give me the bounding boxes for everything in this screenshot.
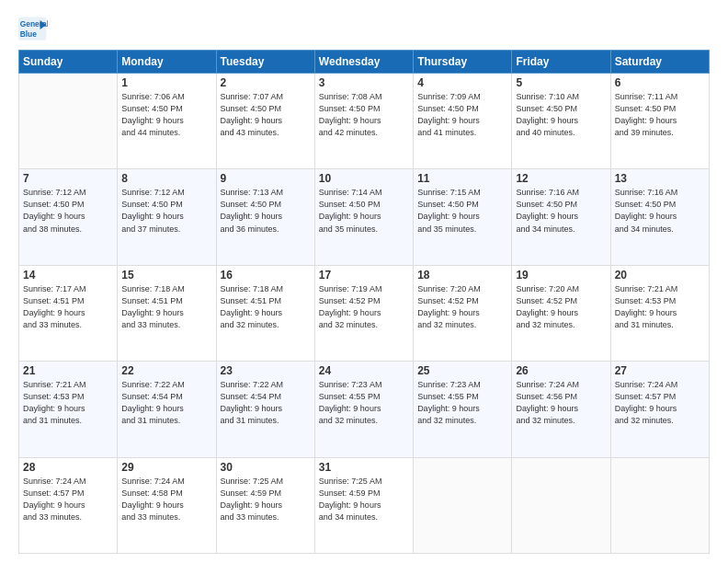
calendar-cell: 22Sunrise: 7:22 AM Sunset: 4:54 PM Dayli… [118, 362, 216, 457]
logo-icon: General Blue [18, 17, 48, 42]
calendar-cell: 26Sunrise: 7:24 AM Sunset: 4:56 PM Dayli… [512, 362, 610, 457]
calendar-week-row: 1Sunrise: 7:06 AM Sunset: 4:50 PM Daylig… [19, 74, 710, 169]
calendar-cell: 24Sunrise: 7:23 AM Sunset: 4:55 PM Dayli… [314, 362, 413, 457]
calendar-cell [414, 457, 512, 553]
svg-text:Blue: Blue [20, 29, 38, 39]
day-number: 20 [615, 269, 705, 282]
day-number: 6 [615, 76, 705, 89]
calendar-cell: 8Sunrise: 7:12 AM Sunset: 4:50 PM Daylig… [118, 169, 216, 265]
calendar-cell: 15Sunrise: 7:18 AM Sunset: 4:51 PM Dayli… [118, 265, 216, 361]
weekday-header: Friday [512, 51, 610, 74]
day-info: Sunrise: 7:23 AM Sunset: 4:55 PM Dayligh… [319, 379, 409, 427]
weekday-header: Sunday [19, 51, 118, 74]
calendar-cell: 7Sunrise: 7:12 AM Sunset: 4:50 PM Daylig… [19, 169, 118, 265]
day-info: Sunrise: 7:09 AM Sunset: 4:50 PM Dayligh… [417, 91, 507, 139]
day-info: Sunrise: 7:24 AM Sunset: 4:58 PM Dayligh… [121, 476, 211, 523]
calendar-cell: 27Sunrise: 7:24 AM Sunset: 4:57 PM Dayli… [610, 362, 709, 457]
weekday-header: Thursday [414, 51, 512, 74]
calendar-table: SundayMondayTuesdayWednesdayThursdayFrid… [18, 50, 710, 554]
day-number: 21 [23, 364, 113, 377]
day-number: 28 [23, 461, 113, 474]
day-info: Sunrise: 7:06 AM Sunset: 4:50 PM Dayligh… [121, 91, 211, 139]
day-number: 11 [417, 172, 507, 185]
day-number: 30 [221, 461, 311, 474]
day-info: Sunrise: 7:15 AM Sunset: 4:50 PM Dayligh… [417, 187, 507, 235]
day-info: Sunrise: 7:12 AM Sunset: 4:50 PM Dayligh… [121, 187, 211, 235]
day-info: Sunrise: 7:20 AM Sunset: 4:52 PM Dayligh… [516, 283, 606, 331]
calendar-cell [19, 74, 118, 169]
day-number: 8 [121, 172, 211, 185]
day-number: 23 [221, 364, 311, 377]
calendar-cell: 6Sunrise: 7:11 AM Sunset: 4:50 PM Daylig… [610, 74, 709, 169]
day-info: Sunrise: 7:18 AM Sunset: 4:51 PM Dayligh… [121, 283, 211, 331]
day-number: 29 [121, 461, 211, 474]
calendar-week-row: 7Sunrise: 7:12 AM Sunset: 4:50 PM Daylig… [19, 169, 710, 265]
day-number: 31 [319, 461, 409, 474]
day-number: 26 [516, 364, 606, 377]
day-info: Sunrise: 7:13 AM Sunset: 4:50 PM Dayligh… [221, 187, 311, 235]
day-number: 25 [417, 364, 507, 377]
calendar-cell: 13Sunrise: 7:16 AM Sunset: 4:50 PM Dayli… [610, 169, 709, 265]
day-number: 22 [121, 364, 211, 377]
calendar-cell: 21Sunrise: 7:21 AM Sunset: 4:53 PM Dayli… [19, 362, 118, 457]
weekday-header: Wednesday [314, 51, 413, 74]
calendar-cell: 23Sunrise: 7:22 AM Sunset: 4:54 PM Dayli… [216, 362, 314, 457]
day-info: Sunrise: 7:18 AM Sunset: 4:51 PM Dayligh… [221, 283, 311, 331]
calendar-cell: 29Sunrise: 7:24 AM Sunset: 4:58 PM Dayli… [118, 457, 216, 553]
day-info: Sunrise: 7:19 AM Sunset: 4:52 PM Dayligh… [319, 283, 409, 331]
calendar-cell: 19Sunrise: 7:20 AM Sunset: 4:52 PM Dayli… [512, 265, 610, 361]
calendar-cell: 14Sunrise: 7:17 AM Sunset: 4:51 PM Dayli… [19, 265, 118, 361]
day-info: Sunrise: 7:07 AM Sunset: 4:50 PM Dayligh… [221, 91, 311, 139]
day-number: 3 [319, 76, 409, 89]
weekday-header: Monday [118, 51, 216, 74]
page: General Blue SundayMondayTuesdayWednesda… [0, 0, 728, 563]
day-number: 2 [221, 76, 311, 89]
calendar-cell: 11Sunrise: 7:15 AM Sunset: 4:50 PM Dayli… [414, 169, 512, 265]
day-info: Sunrise: 7:20 AM Sunset: 4:52 PM Dayligh… [417, 283, 507, 331]
calendar-cell: 31Sunrise: 7:25 AM Sunset: 4:59 PM Dayli… [314, 457, 413, 553]
day-info: Sunrise: 7:21 AM Sunset: 4:53 PM Dayligh… [615, 283, 705, 331]
day-info: Sunrise: 7:24 AM Sunset: 4:57 PM Dayligh… [615, 379, 705, 427]
day-number: 7 [23, 172, 113, 185]
calendar-cell: 5Sunrise: 7:10 AM Sunset: 4:50 PM Daylig… [512, 74, 610, 169]
day-number: 1 [121, 76, 211, 89]
day-info: Sunrise: 7:25 AM Sunset: 4:59 PM Dayligh… [221, 476, 311, 523]
calendar-week-row: 14Sunrise: 7:17 AM Sunset: 4:51 PM Dayli… [19, 265, 710, 361]
day-info: Sunrise: 7:23 AM Sunset: 4:55 PM Dayligh… [417, 379, 507, 427]
calendar-cell: 18Sunrise: 7:20 AM Sunset: 4:52 PM Dayli… [414, 265, 512, 361]
calendar-cell: 17Sunrise: 7:19 AM Sunset: 4:52 PM Dayli… [314, 265, 413, 361]
weekday-header: Saturday [610, 51, 709, 74]
day-info: Sunrise: 7:17 AM Sunset: 4:51 PM Dayligh… [23, 283, 113, 331]
day-info: Sunrise: 7:16 AM Sunset: 4:50 PM Dayligh… [615, 187, 705, 235]
calendar-week-row: 21Sunrise: 7:21 AM Sunset: 4:53 PM Dayli… [19, 362, 710, 457]
calendar-cell: 1Sunrise: 7:06 AM Sunset: 4:50 PM Daylig… [118, 74, 216, 169]
calendar-cell: 3Sunrise: 7:08 AM Sunset: 4:50 PM Daylig… [314, 74, 413, 169]
day-number: 15 [121, 269, 211, 282]
day-number: 16 [221, 269, 311, 282]
day-number: 14 [23, 269, 113, 282]
day-info: Sunrise: 7:22 AM Sunset: 4:54 PM Dayligh… [221, 379, 311, 427]
logo: General Blue [18, 17, 51, 42]
day-info: Sunrise: 7:21 AM Sunset: 4:53 PM Dayligh… [23, 379, 113, 427]
day-number: 10 [319, 172, 409, 185]
day-number: 12 [516, 172, 606, 185]
calendar-cell: 10Sunrise: 7:14 AM Sunset: 4:50 PM Dayli… [314, 169, 413, 265]
day-info: Sunrise: 7:14 AM Sunset: 4:50 PM Dayligh… [319, 187, 409, 235]
calendar-cell: 2Sunrise: 7:07 AM Sunset: 4:50 PM Daylig… [216, 74, 314, 169]
day-number: 17 [319, 269, 409, 282]
day-number: 4 [417, 76, 507, 89]
calendar-cell: 20Sunrise: 7:21 AM Sunset: 4:53 PM Dayli… [610, 265, 709, 361]
day-info: Sunrise: 7:24 AM Sunset: 4:56 PM Dayligh… [516, 379, 606, 427]
day-number: 27 [615, 364, 705, 377]
day-info: Sunrise: 7:16 AM Sunset: 4:50 PM Dayligh… [516, 187, 606, 235]
calendar-cell [512, 457, 610, 553]
calendar-cell: 4Sunrise: 7:09 AM Sunset: 4:50 PM Daylig… [414, 74, 512, 169]
calendar-cell: 25Sunrise: 7:23 AM Sunset: 4:55 PM Dayli… [414, 362, 512, 457]
calendar-week-row: 28Sunrise: 7:24 AM Sunset: 4:57 PM Dayli… [19, 457, 710, 553]
day-info: Sunrise: 7:08 AM Sunset: 4:50 PM Dayligh… [319, 91, 409, 139]
day-number: 13 [615, 172, 705, 185]
calendar-header-row: SundayMondayTuesdayWednesdayThursdayFrid… [19, 51, 710, 74]
header: General Blue [18, 17, 710, 42]
day-number: 9 [221, 172, 311, 185]
day-number: 24 [319, 364, 409, 377]
